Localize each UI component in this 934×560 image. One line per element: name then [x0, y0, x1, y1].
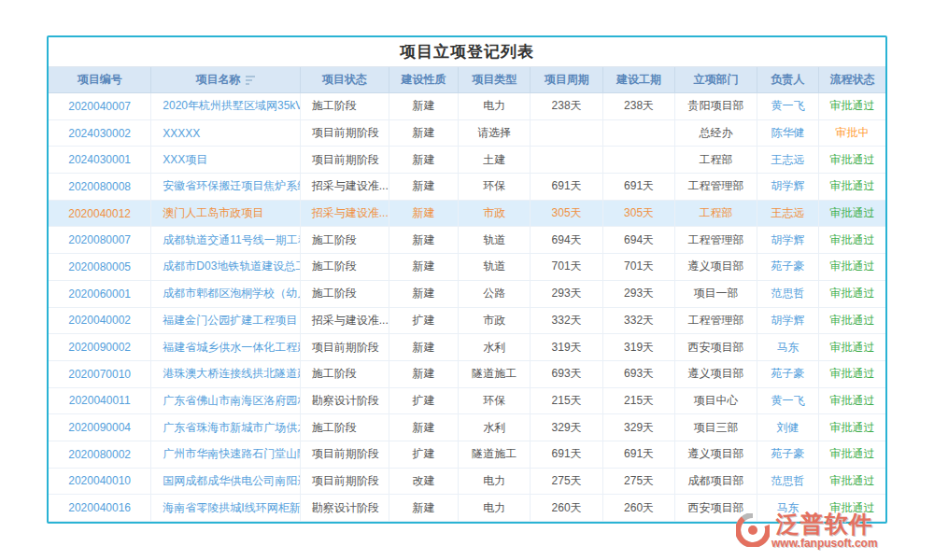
cell-project-name[interactable]: 广州市华南快速路石门堂山隧道扩... — [150, 441, 299, 468]
cell-project-no[interactable]: 2020080007 — [49, 227, 150, 253]
cell-project-no[interactable]: 2020060001 — [49, 281, 150, 307]
cell-project-name[interactable]: 安徽省环保搬迁项目焦炉系统工程... — [150, 174, 299, 200]
cell-flow-status: 审批通过 — [818, 441, 885, 468]
cell-project-no[interactable]: 2020070010 — [49, 361, 150, 387]
cell-flow-status: 审批通过 — [818, 469, 885, 495]
cell-project-name[interactable]: 广东省佛山市南海区洛府园林环保... — [150, 388, 299, 414]
cell-init-dept: 项目三部 — [674, 414, 757, 441]
cell-flow-status: 审批通过 — [818, 334, 885, 360]
cell-build-nature: 扩建 — [389, 388, 458, 414]
column-label: 负责人 — [771, 72, 805, 88]
cell-project-name[interactable]: 广东省珠海市新城市广场供水项目 — [150, 414, 299, 441]
cell-project-no[interactable]: 2020040002 — [49, 308, 150, 334]
cell-owner[interactable]: 胡学辉 — [757, 174, 818, 200]
cell-owner[interactable]: 黄一飞 — [757, 93, 818, 119]
cell-project-no[interactable]: 2020090002 — [49, 334, 150, 360]
cell-project-name[interactable]: 2020年杭州拱墅区域网35kV（第... — [150, 93, 299, 119]
cell-owner[interactable]: 苑子豪 — [757, 361, 818, 387]
table-row: 2020040010国网成都成华供电公司南阳运输有...项目前期阶段改建电力27… — [49, 469, 885, 496]
column-header-project-status: 项目状态 — [300, 67, 389, 92]
cell-project-type: 土建 — [458, 147, 530, 173]
column-label: 建设工期 — [616, 72, 661, 88]
column-header-flow-status: 流程状态 — [818, 67, 885, 92]
cell-project-no[interactable]: 2020040010 — [49, 469, 150, 495]
cell-owner[interactable]: 胡学辉 — [757, 308, 818, 334]
cell-flow-status: 审批通过 — [818, 414, 885, 441]
cell-project-name[interactable]: 国网成都成华供电公司南阳运输有... — [150, 469, 299, 495]
cell-project-no[interactable]: 2020040012 — [49, 201, 150, 227]
cell-project-name[interactable]: 福建金门公园扩建工程项目 — [150, 308, 299, 334]
cell-project-cycle: 691天 — [530, 174, 602, 200]
column-header-project-name[interactable]: 项目名称 — [150, 67, 299, 92]
cell-build-duration: 319天 — [602, 334, 674, 360]
cell-owner[interactable]: 胡学辉 — [757, 227, 818, 253]
cell-project-status: 招采与建设准... — [300, 201, 389, 227]
cell-project-no[interactable]: 2020040007 — [49, 93, 150, 119]
table-header-row: 项目编号项目名称项目状态建设性质项目类型项目周期建设工期立项部门负责人流程状态 — [49, 67, 885, 93]
cell-owner[interactable]: 王志远 — [757, 147, 818, 173]
cell-project-cycle: 691天 — [530, 441, 602, 468]
cell-build-nature: 新建 — [389, 201, 458, 227]
cell-owner[interactable]: 刘健 — [757, 414, 818, 441]
cell-project-no[interactable]: 2020040016 — [49, 495, 150, 521]
cell-project-no[interactable]: 2020080008 — [49, 174, 150, 200]
cell-project-name[interactable]: XXXXX — [150, 120, 299, 147]
cell-project-no[interactable]: 2020040011 — [49, 388, 150, 414]
cell-build-nature: 新建 — [389, 174, 458, 200]
table-row: 20200400072020年杭州拱墅区域网35kV（第...施工阶段新建电力2… — [49, 93, 885, 120]
cell-project-name[interactable]: 港珠澳大桥连接线拱北隧道建设工... — [150, 361, 299, 387]
table-row: 2020040002福建金门公园扩建工程项目招采与建设准...扩建市政332天3… — [49, 308, 885, 335]
column-label: 项目编号 — [78, 72, 122, 88]
cell-project-name[interactable]: 成都市郫都区泡桐学校（幼儿园）... — [150, 281, 299, 307]
cell-project-name[interactable]: XXX项目 — [150, 147, 299, 173]
cell-project-no[interactable]: 2024030002 — [49, 120, 150, 147]
cell-build-duration: 691天 — [602, 174, 674, 200]
cell-init-dept: 工程管理部 — [674, 174, 757, 200]
cell-build-duration: 275天 — [602, 469, 674, 495]
cell-project-status: 施工阶段 — [300, 414, 389, 441]
cell-init-dept: 遵义项目部 — [674, 441, 757, 468]
cell-owner[interactable]: 黄一飞 — [757, 388, 818, 414]
cell-flow-status: 审批通过 — [818, 361, 885, 387]
cell-build-nature: 新建 — [389, 227, 458, 253]
cell-project-name[interactable]: 成都市D03地铁轨道建设总工程项目 — [150, 254, 299, 280]
panel-title-bar: 项目立项登记列表 — [49, 37, 885, 67]
cell-flow-status: 审批通过 — [818, 174, 885, 200]
table-row: 2020080007成都轨道交通11号线一期工程投融...施工阶段新建轨道694… — [49, 227, 885, 254]
cell-project-type: 轨道 — [458, 227, 530, 253]
cell-project-no[interactable]: 2020080002 — [49, 441, 150, 468]
sort-icon[interactable] — [246, 76, 256, 85]
cell-owner[interactable]: 苑子豪 — [757, 254, 818, 280]
column-label: 项目名称 — [196, 72, 241, 88]
cell-project-type: 电力 — [458, 495, 530, 521]
cell-project-no[interactable]: 2020080005 — [49, 254, 150, 280]
cell-project-type: 水利 — [458, 334, 530, 360]
cell-project-name[interactable]: 福建省城乡供水一体化工程建设项目 — [150, 334, 299, 360]
cell-owner[interactable]: 马东 — [757, 334, 818, 360]
cell-project-no[interactable]: 2020090004 — [49, 414, 150, 441]
cell-owner[interactable]: 范思哲 — [757, 281, 818, 307]
column-label: 流程状态 — [830, 72, 875, 88]
column-header-project-cycle: 项目周期 — [530, 67, 602, 92]
cell-owner[interactable]: 苑子豪 — [757, 441, 818, 468]
cell-project-type: 隧道施工 — [458, 441, 530, 468]
cell-project-cycle: 275天 — [530, 469, 602, 495]
cell-flow-status: 审批通过 — [818, 281, 885, 307]
cell-init-dept: 工程管理部 — [674, 308, 757, 334]
cell-owner[interactable]: 王志远 — [757, 201, 818, 227]
cell-project-no[interactable]: 2024030001 — [49, 147, 150, 173]
cell-project-status: 施工阶段 — [300, 281, 389, 307]
column-label: 项目周期 — [545, 72, 589, 88]
cell-project-name[interactable]: 成都轨道交通11号线一期工程投融... — [150, 227, 299, 253]
cell-flow-status: 审批通过 — [818, 254, 885, 280]
column-header-build-nature: 建设性质 — [389, 67, 458, 92]
cell-owner[interactable]: 陈华健 — [757, 120, 818, 147]
cell-project-type: 请选择 — [458, 120, 530, 147]
cell-owner[interactable]: 范思哲 — [757, 469, 818, 495]
column-header-project-type: 项目类型 — [458, 67, 530, 92]
cell-project-name[interactable]: 澳门人工岛市政项目 — [150, 201, 299, 227]
project-registration-panel: 项目立项登记列表 项目编号项目名称项目状态建设性质项目类型项目周期建设工期立项部… — [47, 35, 887, 524]
cell-project-name[interactable]: 海南省零陵拱城I线环网柜新建工程 — [150, 495, 299, 521]
vendor-url[interactable]: www.fanpusoft.com — [771, 538, 878, 550]
column-label: 项目状态 — [322, 72, 367, 88]
